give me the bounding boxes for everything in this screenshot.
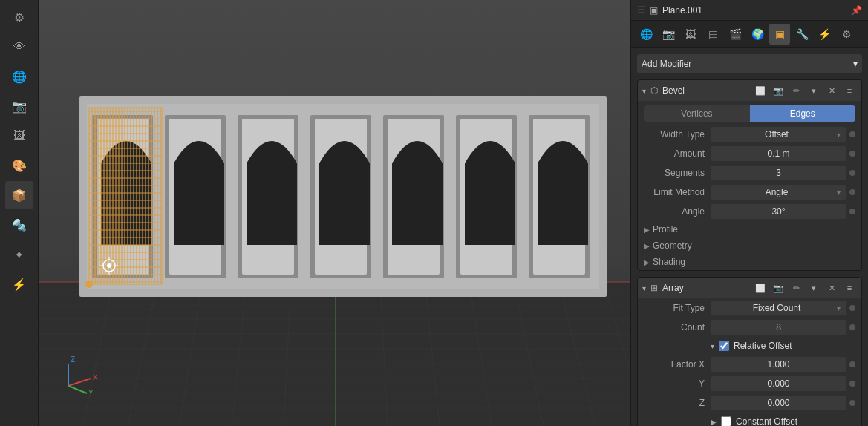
amount-dot[interactable] xyxy=(849,151,855,157)
amount-row: Amount 0.1 m xyxy=(638,144,861,163)
amount-value[interactable]: 0.1 m xyxy=(711,146,846,161)
constant-offset-expand[interactable]: ▶ xyxy=(711,418,717,426)
limit-method-row: Limit Method Angle ▾ xyxy=(638,183,861,202)
count-label: Count xyxy=(644,322,711,332)
bevel-icon: ⬡ xyxy=(650,85,658,96)
bevel-modifier-icons: ⬜ 📷 ✏ ▾ ✕ ≡ xyxy=(753,83,857,98)
profile-arrow: ▶ xyxy=(644,226,650,234)
array-close-icon[interactable]: ✕ xyxy=(824,281,839,295)
bevel-expand-arrow: ▾ xyxy=(642,87,646,95)
width-type-value[interactable]: Offset ▾ xyxy=(711,127,846,142)
view-icon[interactable]: 👁 xyxy=(5,33,33,61)
array-render-icon[interactable]: 📷 xyxy=(771,281,786,295)
constant-offset-label: Constant Offset xyxy=(736,416,797,426)
bevel-menu-icon[interactable]: ≡ xyxy=(842,83,857,98)
paint-icon[interactable]: 🖼 xyxy=(5,122,33,150)
width-type-dot[interactable] xyxy=(849,131,855,137)
factor-y-dot[interactable] xyxy=(849,381,855,387)
menu-icon[interactable]: ☰ xyxy=(637,5,645,16)
constant-offset-row: ▶ Constant Offset xyxy=(638,413,861,426)
relative-offset-expand[interactable]: ▾ xyxy=(711,342,714,350)
fit-type-value[interactable]: Fixed Count ▾ xyxy=(711,301,846,315)
view-layer-icon[interactable]: ▤ xyxy=(702,24,723,45)
array-modifier-header[interactable]: ▾ ⊞ Array ⬜ 📷 ✏ ▾ ✕ ≡ xyxy=(638,278,861,298)
factor-y-value[interactable]: 0.000 xyxy=(711,376,846,391)
particle-prop-icon[interactable]: ⚡ xyxy=(814,24,835,45)
angle-value[interactable]: 30° xyxy=(711,204,846,219)
svg-point-90 xyxy=(85,281,93,288)
tools-icon[interactable]: ⚙ xyxy=(5,3,33,31)
vertices-toggle[interactable]: Vertices xyxy=(644,105,750,122)
object-prop-icon[interactable]: ▣ xyxy=(769,24,790,45)
angle-label: Angle xyxy=(644,206,711,217)
array-edit-icon[interactable]: ✏ xyxy=(789,281,803,295)
factor-z-label: Z xyxy=(644,398,711,408)
segments-value[interactable]: 3 xyxy=(711,166,846,180)
svg-text:Y: Y xyxy=(88,389,94,397)
edges-toggle[interactable]: Edges xyxy=(750,105,856,122)
array-icon: ⊞ xyxy=(650,283,658,293)
render-prop-icon[interactable]: 📷 xyxy=(658,24,679,45)
angle-dot[interactable] xyxy=(849,209,855,214)
factor-y-label: Y xyxy=(644,379,711,389)
viewport[interactable]: X Y Z xyxy=(39,0,630,426)
array-modifier-name: Array xyxy=(662,283,748,293)
width-type-row: Width Type Offset ▾ xyxy=(638,125,861,144)
amount-label: Amount xyxy=(644,148,711,159)
array-realtime-icon[interactable]: ⬜ xyxy=(753,281,768,295)
relative-offset-checkbox[interactable] xyxy=(719,341,729,351)
segments-dot[interactable] xyxy=(849,170,855,176)
fit-type-dot[interactable] xyxy=(849,305,855,311)
bevel-modifier-block: ▾ ⬡ Bevel ⬜ 📷 ✏ ▾ ✕ ≡ Vertices Edges xyxy=(637,79,862,271)
array-modifier-block: ▾ ⊞ Array ⬜ 📷 ✏ ▾ ✕ ≡ Fit Type Fixed Cou… xyxy=(637,277,862,426)
material-icon[interactable]: 🎨 xyxy=(5,151,33,180)
output-prop-icon[interactable]: 🖼 xyxy=(680,24,701,45)
factor-z-dot[interactable] xyxy=(849,400,855,406)
bevel-edit-icon[interactable]: ✏ xyxy=(789,83,803,98)
factor-x-dot[interactable] xyxy=(849,361,855,367)
scene-prop-icon[interactable]: 🌐 xyxy=(636,24,656,45)
object-icon[interactable]: 📦 xyxy=(5,181,33,209)
geometry-section-header[interactable]: ▶ Geometry xyxy=(638,237,861,254)
limit-method-value[interactable]: Angle ▾ xyxy=(711,185,846,200)
bevel-dropdown-icon[interactable]: ▾ xyxy=(806,83,821,98)
shading-arrow: ▶ xyxy=(644,258,650,266)
bevel-close-icon[interactable]: ✕ xyxy=(824,83,839,98)
scene-prop2-icon[interactable]: 🎬 xyxy=(725,24,745,45)
limit-method-label: Limit Method xyxy=(644,187,711,197)
modifier-icon[interactable]: 🔩 xyxy=(5,211,33,239)
physics-prop-icon[interactable]: ⚙ xyxy=(836,24,857,45)
bevel-render-icon[interactable]: 📷 xyxy=(771,83,786,98)
relative-offset-row: ▾ Relative Offset xyxy=(638,337,861,355)
count-dot[interactable] xyxy=(849,324,855,330)
modifier-prop-icon[interactable]: 🔧 xyxy=(792,24,812,45)
angle-row: Angle 30° xyxy=(638,202,861,221)
segments-label: Segments xyxy=(644,168,711,178)
fit-type-label: Fit Type xyxy=(644,303,711,313)
limit-method-dot[interactable] xyxy=(849,189,855,195)
factor-z-row: Z 0.000 xyxy=(638,393,861,413)
render-icon[interactable]: 📷 xyxy=(5,92,33,120)
physics-icon[interactable]: ⚡ xyxy=(5,270,33,298)
panel-header: ☰ ▣ Plane.001 📌 xyxy=(631,0,868,21)
add-modifier-button[interactable]: Add Modifier ▾ xyxy=(637,54,862,73)
profile-section-header[interactable]: ▶ Profile xyxy=(638,221,861,237)
factor-y-row: Y 0.000 xyxy=(638,374,861,393)
count-value[interactable]: 8 xyxy=(711,320,846,335)
properties-icons-bar: 🌐 📷 🖼 ▤ 🎬 🌍 ▣ 🔧 ⚡ ⚙ xyxy=(631,21,868,48)
factor-x-row: Factor X 1.000 xyxy=(638,355,861,374)
array-expand-arrow: ▾ xyxy=(642,284,646,292)
bevel-realtime-icon[interactable]: ⬜ xyxy=(753,83,768,98)
bevel-modifier-header[interactable]: ▾ ⬡ Bevel ⬜ 📷 ✏ ▾ ✕ ≡ xyxy=(638,80,861,101)
factor-z-value[interactable]: 0.000 xyxy=(711,396,846,410)
fit-type-row: Fit Type Fixed Count ▾ xyxy=(638,298,861,318)
scene-icon[interactable]: 🌐 xyxy=(5,62,33,91)
array-dropdown-icon[interactable]: ▾ xyxy=(806,281,821,295)
particle-icon[interactable]: ✦ xyxy=(5,240,33,269)
pin-icon[interactable]: 📌 xyxy=(851,5,862,16)
constant-offset-checkbox[interactable] xyxy=(721,416,731,426)
array-menu-icon[interactable]: ≡ xyxy=(842,281,857,295)
factor-x-value[interactable]: 1.000 xyxy=(711,357,846,372)
shading-section-header[interactable]: ▶ Shading xyxy=(638,254,861,270)
world-prop-icon[interactable]: 🌍 xyxy=(747,24,768,45)
